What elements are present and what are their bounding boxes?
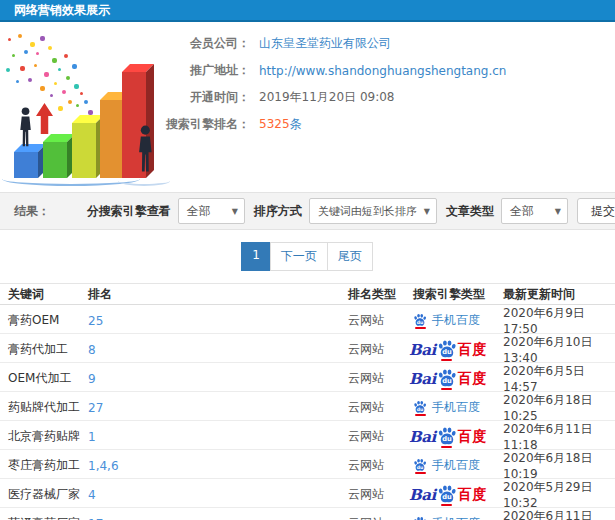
rank-link[interactable]: 1 [88, 430, 348, 444]
col-header-rank-type: 排名类型 [348, 286, 413, 303]
company-name-link[interactable]: 山东皇圣堂药业有限公司 [259, 35, 391, 52]
updated-time-cell: 2020年6月18日 10:19 [503, 450, 615, 481]
rank-link[interactable]: 27 [88, 401, 348, 415]
baidu-du-text: du [417, 319, 424, 324]
confetti-dot [18, 34, 22, 38]
chevron-down-icon: ▼ [555, 207, 561, 216]
businessman-figure [134, 125, 157, 178]
rank-link[interactable]: 4 [88, 488, 348, 502]
confetti-dot [16, 80, 19, 83]
engine-label: 手机百度 [432, 399, 480, 416]
baidu-paw-icon: du [437, 368, 457, 390]
baidu-bai-text: Bai [409, 370, 436, 388]
col-header-keyword: 关键词 [8, 286, 88, 303]
baidu-paw-icon: du [437, 484, 457, 506]
confetti-dot [20, 66, 25, 71]
rank-link[interactable]: 8 [88, 343, 348, 357]
baidu-red-underline [415, 472, 426, 474]
last-page-button[interactable]: 尾页 [327, 242, 373, 271]
engine-type-cell: Bai du 百度 [413, 426, 503, 448]
baidu-bai-text: Bai [409, 428, 436, 446]
keyword-cell: 膏药OEM [8, 312, 88, 329]
baidu-paw-icon: du [413, 516, 427, 520]
rank-link[interactable]: 1,4,6 [88, 459, 348, 473]
rank-type-cell: 云网站 [348, 457, 413, 474]
updated-time-cell: 2020年6月11日 11:40 [503, 508, 615, 520]
engine-type-cell: Bai du 百度 [413, 339, 503, 361]
confetti-dot [12, 54, 15, 57]
mobile-baidu-logo: du 手机百度 [413, 457, 503, 474]
rank-link[interactable]: 25 [88, 314, 348, 328]
engine-type-cell: du 手机百度 [413, 399, 503, 416]
rank-type-cell: 云网站 [348, 515, 413, 520]
company-label: 会员公司： [160, 35, 250, 52]
baidu-bai-text: Bai [409, 486, 436, 504]
company-info-section: 会员公司： 山东皇圣堂药业有限公司 推广地址： http://www.shand… [0, 22, 615, 192]
window-title-bar: 网络营销效果展示 [0, 0, 615, 22]
confetti-dot [84, 100, 88, 104]
baidu-du-text: du [442, 348, 452, 356]
sort-filter-select[interactable]: 关键词由短到长排序 ▼ [309, 198, 437, 224]
submit-button[interactable]: 提交 [577, 198, 615, 224]
mobile-baidu-logo: du 手机百度 [413, 312, 503, 329]
open-time-value: 2019年11月20日 09:08 [259, 89, 394, 106]
baidu-paw-icon: du [413, 400, 427, 416]
engine-label: 百度 [458, 341, 488, 359]
confetti-dot [36, 52, 39, 55]
engine-type-cell: du 手机百度 [413, 515, 503, 520]
rank-count-unit: 条 [290, 117, 302, 131]
baidu-paw-icon: du [437, 339, 457, 361]
engine-type-cell: du 手机百度 [413, 457, 503, 474]
promo-url-link[interactable]: http://www.shandonghuangshengtang.cn [259, 64, 506, 78]
baidu-pc-logo: Bai du 百度 [409, 426, 503, 448]
mobile-baidu-logo: du 手机百度 [413, 399, 503, 416]
article-type-select[interactable]: 全部 ▼ [501, 198, 568, 224]
engine-filter-label: 分搜索引擎查看 [87, 203, 171, 220]
rank-link[interactable]: 17 [88, 517, 348, 520]
next-page-button[interactable]: 下一页 [270, 242, 328, 271]
baidu-pc-logo: Bai du 百度 [409, 339, 503, 361]
table-row: 北京膏药贴牌 1 云网站 Bai du 百度 2020年6月11日 11:18 [0, 421, 615, 450]
updated-time-cell: 2020年6月9日 17:50 [503, 305, 615, 336]
chevron-down-icon: ▼ [232, 207, 238, 216]
rank-count-label: 搜索引擎排名： [160, 116, 250, 133]
pagination: 1 下一页 尾页 [0, 242, 615, 271]
col-header-rank: 排名 [88, 286, 348, 303]
sort-filter-label: 排序方式 [254, 203, 302, 220]
confetti-dot [6, 68, 10, 72]
col-header-updated: 最新更新时间 [503, 286, 615, 303]
table-row: 膏药OEM 25 云网站 du 手机百度 2020年6月9日 17:50 [0, 305, 615, 334]
company-meta: 会员公司： 山东皇圣堂药业有限公司 推广地址： http://www.shand… [160, 30, 615, 138]
engine-type-cell: du 手机百度 [413, 312, 503, 329]
confetti-dot [52, 58, 57, 63]
rank-link[interactable]: 9 [88, 372, 348, 386]
baidu-du-text: du [442, 377, 452, 385]
engine-type-cell: Bai du 百度 [413, 484, 503, 506]
article-type-value: 全部 [510, 203, 534, 220]
mobile-baidu-logo: du 手机百度 [413, 515, 503, 520]
confetti-dot [76, 104, 79, 107]
updated-time-cell: 2020年6月11日 11:18 [503, 421, 615, 452]
confetti-dot [8, 38, 11, 41]
confetti-dot [40, 36, 45, 41]
baidu-red-underline [415, 414, 426, 416]
filter-controls: 分搜索引擎查看 全部 ▼ 排序方式 关键词由短到长排序 ▼ 文章类型 全部 ▼ … [78, 198, 615, 224]
table-row: 菏泽膏药厂家 17 云网站 du 手机百度 2020年6月11日 11:40 [0, 508, 615, 520]
confetti-dot [74, 84, 79, 89]
engine-label: 手机百度 [432, 457, 480, 474]
baidu-red-underline [415, 327, 426, 329]
table-row: 药贴牌代加工 27 云网站 du 手机百度 2020年6月18日 10:25 [0, 392, 615, 421]
table-row: 膏药代加工 8 云网站 Bai du 百度 2020年6月10日 13:40 [0, 334, 615, 363]
keyword-cell: 北京膏药贴牌 [8, 428, 88, 445]
rank-type-cell: 云网站 [348, 312, 413, 329]
page-1-button[interactable]: 1 [241, 242, 271, 271]
confetti-dot [28, 78, 32, 82]
article-type-label: 文章类型 [446, 203, 494, 220]
baidu-paw-icon: du [413, 313, 427, 329]
engine-label: 百度 [458, 486, 488, 504]
chart-bar-2 [43, 142, 67, 178]
engine-filter-select[interactable]: 全部 ▼ [178, 198, 245, 224]
baidu-red-underline [441, 446, 452, 448]
table-row: OEM代加工 9 云网站 Bai du 百度 2020年6月5日 14:57 [0, 363, 615, 392]
engine-type-cell: Bai du 百度 [413, 368, 503, 390]
